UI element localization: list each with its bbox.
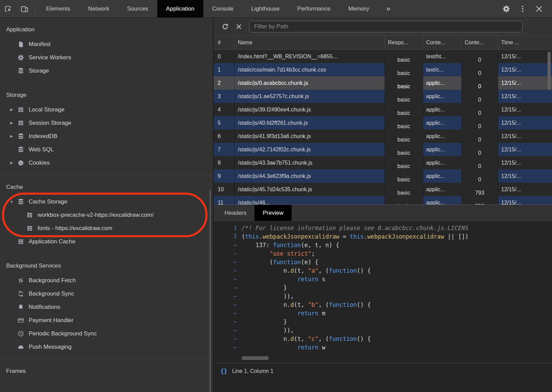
sidebar-scrollbar[interactable] xyxy=(209,190,211,392)
fetch-icon xyxy=(17,277,25,284)
code-text: } xyxy=(242,284,287,292)
triangle-collapsed-icon[interactable]: ▶ xyxy=(6,121,17,125)
code-text: (function(e) { xyxy=(242,258,318,267)
code-text: )), xyxy=(242,292,294,301)
content-length-cell: 0 xyxy=(462,63,498,76)
table-row[interactable]: 5/static/js/40.fd2ff261.chunk.jsbasicapp… xyxy=(214,116,552,130)
triangle-collapsed-icon[interactable]: ▶ xyxy=(6,161,17,165)
table-row[interactable]: 1/static/css/main.7d14b3cc.chunk.cssbasi… xyxy=(214,63,552,76)
more-tabs-icon[interactable]: » xyxy=(381,0,395,17)
sidebar-sections: ApplicationManifestService WorkersStorag… xyxy=(0,18,213,385)
sidebar-item-label: Periodic Background Sync xyxy=(29,330,97,337)
table-row[interactable]: 9/static/js/44.3e623f9a.chunk.jsbasicapp… xyxy=(214,169,552,183)
delete-selected-icon[interactable] xyxy=(232,20,246,33)
sidebar-item-cookies[interactable]: ▶Cookies xyxy=(0,156,213,169)
tab-memory[interactable]: Memory xyxy=(339,0,378,17)
sidebar-item-manifest[interactable]: Manifest xyxy=(0,37,213,51)
sidebar-item-application-cache[interactable]: Application Cache xyxy=(0,235,213,248)
content-type-cell: applic... xyxy=(423,196,462,205)
code-text: )), xyxy=(242,326,294,335)
sidebar-item-background-fetch[interactable]: Background Fetch xyxy=(0,274,213,287)
table-row[interactable]: 0/index.html?__WB_REVISION__=6855...basi… xyxy=(214,50,552,63)
table-row[interactable]: 7/static/js/42.7142f02c.chunk.jsbasicapp… xyxy=(214,143,552,156)
sidebar-item-fonts-https-excalidraw-com[interactable]: fonts - https://excalidraw.com xyxy=(0,222,213,235)
table-scrollbar[interactable] xyxy=(548,52,551,90)
tab-performance[interactable]: Performance xyxy=(288,0,339,17)
name-cell: /static/css/main.7d14b3cc.chunk.css xyxy=(235,63,385,76)
sidebar-item-local-storage[interactable]: ▶Local Storage xyxy=(0,103,213,116)
column-header-response-type[interactable]: Respo... xyxy=(385,35,423,49)
preview-tab-headers[interactable]: Headers xyxy=(216,205,255,221)
code-line: – n.d(t, "c", (function() { xyxy=(214,335,552,343)
tab-lighthouse[interactable]: Lighthouse xyxy=(242,0,288,17)
sidebar-item-label: Session Storage xyxy=(29,120,71,126)
content-length-cell: 0 xyxy=(462,116,498,130)
table-row[interactable]: 8/static/js/43.3ae7b751.chunk.jsbasicapp… xyxy=(214,156,552,169)
close-devtools-icon[interactable] xyxy=(531,0,547,17)
table-row[interactable]: 4/static/js/39.f2490ee4.chunk.jsbasicapp… xyxy=(214,103,552,116)
content-type-cell: applic... xyxy=(423,90,462,103)
refresh-icon[interactable] xyxy=(218,20,232,33)
response-type-cell: basic xyxy=(385,76,423,90)
response-type-cell: basic xyxy=(385,196,423,205)
sidebar-item-periodic-background-sync[interactable]: Periodic Background Sync xyxy=(0,327,213,340)
response-type-cell: basic xyxy=(385,183,423,196)
content-type-cell: applic... xyxy=(423,130,462,143)
column-header-number[interactable]: # xyxy=(214,35,235,49)
line-number: – xyxy=(214,275,242,284)
inspect-element-icon[interactable] xyxy=(0,0,16,17)
content-type-cell: text/c... xyxy=(423,63,462,76)
sidebar-item-service-workers[interactable]: Service Workers xyxy=(0,51,213,64)
triangle-collapsed-icon[interactable]: ▶ xyxy=(6,134,17,138)
sidebar-item-workbox-precache-v2-https-excalidraw-com[interactable]: workbox-precache-v2-https://excalidraw.c… xyxy=(0,208,213,222)
preview-tab-preview[interactable]: Preview xyxy=(255,205,291,221)
sidebar-item-payment-handler[interactable]: Payment Handler xyxy=(0,314,213,327)
table-row[interactable]: 11/static/js/46...basicapplic...79312/15… xyxy=(214,196,552,205)
sidebar-item-storage[interactable]: Storage xyxy=(0,64,213,77)
tab-elements[interactable]: Elements xyxy=(37,0,79,17)
tab-network[interactable]: Network xyxy=(79,0,118,17)
menu-kebab-icon[interactable] xyxy=(514,0,531,17)
sidebar-item-notifications[interactable]: Notifications xyxy=(0,300,213,314)
code-line: 2(this.webpackJsonpexcalidraw = this.web… xyxy=(214,232,552,241)
code-line: – return m xyxy=(214,309,552,318)
name-cell: /static/js/45.7d24c535.chunk.js xyxy=(235,183,385,196)
sidebar-item-push-messaging[interactable]: Push Messaging xyxy=(0,340,213,353)
settings-gear-icon[interactable] xyxy=(498,0,514,17)
sidebar-item-label: Storage xyxy=(29,67,49,74)
cache-storage-pane: #NameRespo...Conte...Conte...Time ... 0/… xyxy=(214,18,552,205)
table-row[interactable]: 2/static/js/0.acabcbcc.chunk.jsbasicappl… xyxy=(214,76,552,90)
column-header-content-type[interactable]: Conte... xyxy=(423,35,462,49)
table-icon xyxy=(17,106,25,113)
code-line: – n.d(t, "b", (function() { xyxy=(214,301,552,309)
column-header-time-cached[interactable]: Time ... xyxy=(498,35,552,49)
sidebar-item-session-storage[interactable]: ▶Session Storage xyxy=(0,116,213,130)
sidebar-item-web-sql[interactable]: Web SQL xyxy=(0,143,213,156)
code-horizontal-scrollbar[interactable] xyxy=(242,356,269,360)
sidebar-item-indexeddb[interactable]: ▶IndexedDB xyxy=(0,130,213,143)
name-cell: /static/js/44.3e623f9a.chunk.js xyxy=(235,169,385,183)
tab-console[interactable]: Console xyxy=(203,0,242,17)
sidebar-item-label: Cookies xyxy=(29,160,49,166)
content-length-cell: 0 xyxy=(462,103,498,116)
content-type-cell: applic... xyxy=(423,169,462,183)
column-header-name[interactable]: Name xyxy=(235,35,385,49)
filter-by-path-input[interactable] xyxy=(249,21,523,32)
code-text: } xyxy=(242,318,287,326)
devtools-tabbar: ElementsNetworkSourcesApplicationConsole… xyxy=(0,0,552,18)
device-toolbar-icon[interactable] xyxy=(16,0,33,17)
table-row[interactable]: 3/static/js/1.ae52757c.chunk.jsbasicappl… xyxy=(214,90,552,103)
tab-sources[interactable]: Sources xyxy=(118,0,157,17)
column-header-content-length[interactable]: Conte... xyxy=(462,35,498,49)
table-row[interactable]: 6/static/js/41.9f3d13a6.chunk.jsbasicapp… xyxy=(214,130,552,143)
triangle-expanded-icon[interactable]: ▼ xyxy=(6,200,17,204)
code-text: return w xyxy=(242,343,325,352)
code-text: "use strict"; xyxy=(242,250,315,258)
line-number: – xyxy=(214,318,242,326)
tab-application[interactable]: Application xyxy=(157,0,203,17)
sidebar-item-cache-storage[interactable]: ▼Cache Storage xyxy=(0,195,213,208)
table-row[interactable]: 10/static/js/45.7d24c535.chunk.jsbasicap… xyxy=(214,183,552,196)
sidebar-item-background-sync[interactable]: Background Sync xyxy=(0,287,213,300)
cookie-icon xyxy=(17,160,25,166)
triangle-collapsed-icon[interactable]: ▶ xyxy=(6,107,17,112)
